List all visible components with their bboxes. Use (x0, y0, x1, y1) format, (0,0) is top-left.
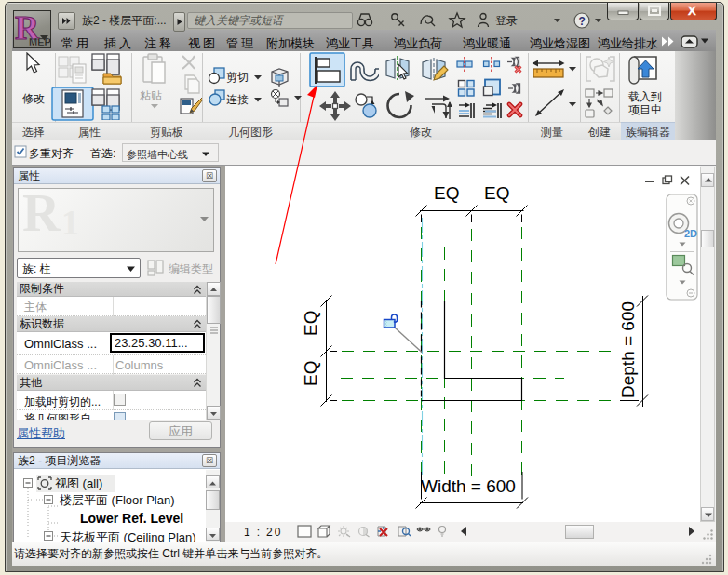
svg-text:EQ: EQ (301, 361, 320, 386)
svg-text:Width = 600: Width = 600 (421, 476, 516, 496)
svg-text:视图 (all): 视图 (all) (55, 476, 102, 490)
svg-text:2D: 2D (684, 228, 697, 239)
svg-text:EQ: EQ (484, 183, 509, 203)
svg-text:Depth = 600: Depth = 600 (618, 301, 638, 398)
svg-text:EQ: EQ (434, 183, 459, 203)
svg-text:登录: 登录 (495, 14, 518, 27)
svg-text:X: X (688, 4, 696, 18)
svg-text:MEP: MEP (29, 36, 50, 47)
svg-text:天花板平面 (Ceiling Plan): 天花板平面 (Ceiling Plan) (60, 530, 196, 542)
svg-text:?: ? (579, 15, 586, 28)
svg-text:楼层平面 (Floor Plan): 楼层平面 (Floor Plan) (60, 493, 175, 507)
svg-text:EQ: EQ (301, 311, 320, 336)
svg-text:Lower Ref. Level: Lower Ref. Level (80, 511, 183, 526)
